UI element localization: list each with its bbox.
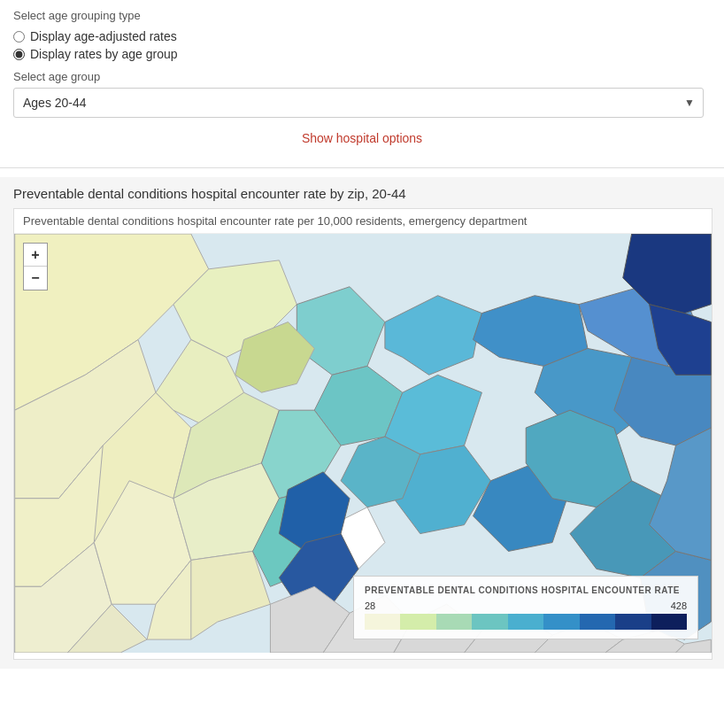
legend-segment-7 bbox=[580, 614, 615, 630]
legend-segment-4 bbox=[472, 614, 507, 630]
legend-segment-2 bbox=[400, 614, 435, 630]
radio-age-adjusted[interactable] bbox=[13, 31, 25, 43]
top-panel: Select age grouping type Display age-adj… bbox=[0, 0, 724, 159]
legend-title: PREVENTABLE DENTAL CONDITIONS HOSPITAL E… bbox=[365, 585, 687, 595]
age-group-section: Select age group Ages 20-44 Ages 0-17 Ag… bbox=[13, 70, 711, 118]
legend-segment-9 bbox=[651, 614, 687, 630]
radio2-text: Display rates by age group bbox=[30, 47, 178, 61]
radio1-text: Display age-adjusted rates bbox=[30, 29, 177, 43]
radio-group: Display age-adjusted rates Display rates… bbox=[13, 29, 711, 61]
legend-segment-8 bbox=[615, 614, 651, 630]
radio1-label[interactable]: Display age-adjusted rates bbox=[13, 29, 711, 43]
map-controls: + − bbox=[23, 243, 48, 290]
legend-range: 28 428 bbox=[365, 600, 687, 611]
map-subtitle: Preventable dental conditions hospital e… bbox=[14, 209, 712, 234]
legend-max: 428 bbox=[671, 600, 687, 611]
zoom-out-button[interactable]: − bbox=[24, 267, 47, 290]
legend-segment-3 bbox=[436, 614, 472, 630]
age-group-select[interactable]: Ages 20-44 Ages 0-17 Ages 18-64 Ages 65+ bbox=[13, 88, 704, 118]
map-legend: PREVENTABLE DENTAL CONDITIONS HOSPITAL E… bbox=[353, 576, 698, 639]
age-group-select-wrapper: Ages 20-44 Ages 0-17 Ages 18-64 Ages 65+… bbox=[13, 88, 704, 118]
divider bbox=[0, 167, 724, 168]
chart-section: Preventable dental conditions hospital e… bbox=[0, 177, 724, 669]
radio2-label[interactable]: Display rates by age group bbox=[13, 47, 711, 61]
chart-title: Preventable dental conditions hospital e… bbox=[13, 186, 711, 201]
legend-segment-1 bbox=[365, 614, 400, 630]
map-area[interactable]: + − bbox=[14, 234, 712, 653]
legend-segment-6 bbox=[543, 614, 579, 630]
legend-segment-5 bbox=[508, 614, 543, 630]
section-title: Select age grouping type bbox=[13, 9, 711, 22]
radio-age-group[interactable] bbox=[13, 49, 25, 60]
show-hospital-link[interactable]: Show hospital options bbox=[13, 131, 711, 145]
legend-bar bbox=[365, 614, 687, 630]
map-container: Preventable dental conditions hospital e… bbox=[13, 208, 712, 660]
legend-min: 28 bbox=[365, 600, 375, 611]
zoom-in-button[interactable]: + bbox=[24, 244, 47, 267]
age-group-label: Select age group bbox=[13, 70, 711, 83]
